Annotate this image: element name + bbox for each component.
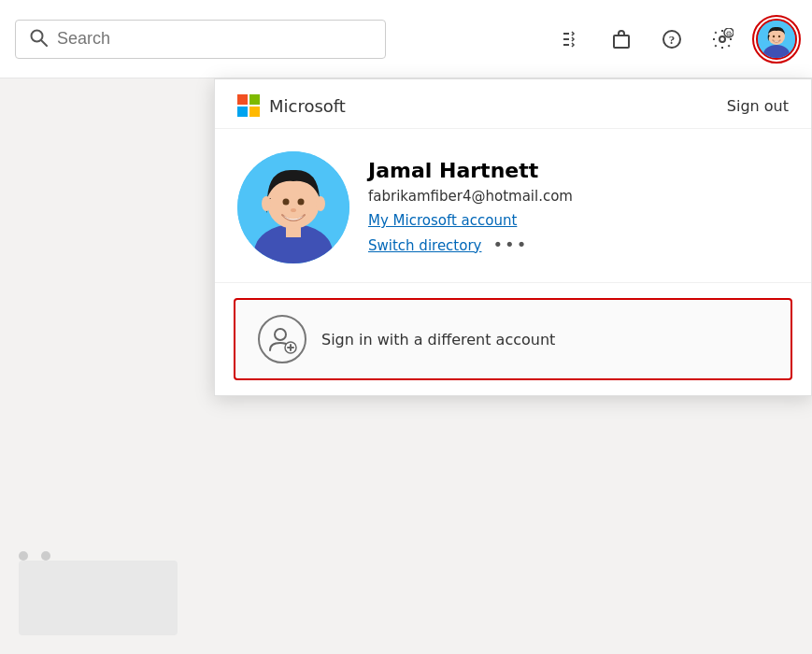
- ms-square-green: [249, 94, 260, 105]
- search-box[interactable]: [15, 20, 386, 59]
- header-icons: ? ⚙: [554, 19, 797, 60]
- svg-point-15: [778, 35, 780, 36]
- settings-icon[interactable]: ⚙: [705, 22, 739, 56]
- bag-icon[interactable]: [605, 22, 638, 56]
- my-microsoft-account-link[interactable]: My Microsoft account: [368, 212, 789, 229]
- more-options-icon[interactable]: •••: [492, 235, 528, 254]
- dropdown-header: Microsoft Sign out: [215, 79, 811, 129]
- user-dropdown-panel: Microsoft Sign out: [214, 78, 812, 396]
- svg-text:⚙: ⚙: [725, 30, 732, 38]
- sign-in-different-label: Sign in with a different account: [321, 331, 555, 348]
- svg-point-21: [298, 199, 305, 206]
- profile-section: Jamal Hartnett fabrikamfiber4@hotmail.co…: [215, 129, 811, 283]
- svg-point-24: [316, 196, 325, 211]
- help-icon[interactable]: ?: [655, 22, 689, 56]
- background-dots: [19, 551, 50, 561]
- sign-in-different-button[interactable]: Sign in with a different account: [234, 298, 792, 380]
- svg-point-23: [262, 196, 271, 211]
- svg-text:?: ?: [669, 33, 676, 47]
- svg-point-8: [719, 36, 725, 42]
- search-icon: [29, 28, 48, 50]
- sign-out-button[interactable]: Sign out: [727, 97, 789, 115]
- avatar-button[interactable]: [756, 19, 797, 60]
- svg-point-14: [773, 35, 775, 36]
- svg-point-25: [275, 329, 286, 340]
- profile-info: Jamal Hartnett fabrikamfiber4@hotmail.co…: [368, 151, 789, 254]
- tasks-icon[interactable]: [554, 22, 588, 56]
- profile-avatar: [237, 151, 349, 263]
- profile-name: Jamal Hartnett: [368, 159, 789, 182]
- search-input[interactable]: [57, 29, 372, 49]
- svg-point-22: [291, 208, 296, 212]
- svg-rect-5: [614, 36, 629, 48]
- switch-directory-link[interactable]: Switch directory: [368, 237, 481, 254]
- microsoft-label: Microsoft: [269, 96, 346, 116]
- microsoft-logo: Microsoft: [237, 94, 346, 117]
- ms-square-red: [237, 94, 248, 105]
- profile-email: fabrikamfiber4@hotmail.com: [368, 188, 789, 205]
- background-content: [0, 78, 215, 654]
- header: ? ⚙: [0, 0, 812, 78]
- switch-directory-row: Switch directory •••: [368, 235, 789, 254]
- bg-dot-1: [19, 551, 28, 561]
- ms-square-yellow: [249, 107, 260, 117]
- ms-logo-grid: [237, 94, 260, 117]
- ms-square-blue: [237, 107, 248, 117]
- svg-line-1: [41, 40, 47, 46]
- background-card: [19, 561, 178, 635]
- add-account-icon: [258, 315, 306, 363]
- svg-point-20: [283, 199, 290, 206]
- bg-dot-2: [41, 551, 50, 561]
